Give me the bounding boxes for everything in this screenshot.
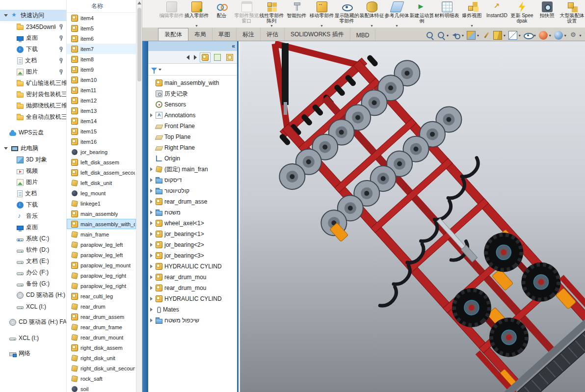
explorer-nav-item[interactable]: 此电脑	[0, 143, 66, 154]
command-tab[interactable]: SOLIDWORKS 插件	[285, 28, 350, 41]
tab-back-icon[interactable]	[186, 55, 189, 60]
file-list-item[interactable]: item9	[67, 64, 136, 75]
dropdown-arrow-icon[interactable]: ▼	[548, 34, 552, 37]
view-toolbar-button[interactable]: ▼	[568, 30, 583, 40]
expand-icon[interactable]	[150, 318, 153, 322]
explorer-nav-item[interactable]: 文档	[0, 188, 66, 199]
ribbon-button[interactable]: 零部件预览窗口 ▼	[234, 0, 259, 27]
explorer-nav-item[interactable]: 文档 (E:)	[0, 256, 66, 267]
ribbon-button[interactable]: 插入零部件 ▼	[184, 0, 209, 27]
dropdown-arrow-icon[interactable]: ▼	[446, 34, 450, 37]
view-toolbar-button[interactable]: ▼	[507, 30, 522, 40]
view-toolbar-button[interactable]: ▼	[523, 30, 537, 40]
feature-tree-item[interactable]: Top Plane	[149, 131, 237, 142]
explorer-nav-item[interactable]: CD 驱动器 (H:) FAS	[0, 289, 66, 301]
file-list-item[interactable]: main_assembly_with_dia	[67, 219, 136, 229]
explorer-nav-item[interactable]: XCL (I:)	[0, 332, 66, 343]
ribbon-button[interactable]: 装配体特征 ▼	[359, 0, 384, 27]
explorer-nav-item[interactable]: 下载	[0, 44, 66, 55]
expand-icon[interactable]	[150, 275, 153, 279]
file-list-scrollbar[interactable]	[136, 0, 142, 392]
file-list-item[interactable]: item12	[67, 95, 136, 105]
expand-icon[interactable]	[150, 200, 153, 204]
explorer-nav-item[interactable]: 视频	[0, 165, 66, 177]
dropdown-arrow-icon[interactable]: ▼	[461, 34, 465, 37]
dropdown-arrow-icon[interactable]: ▼	[476, 34, 479, 37]
feature-tree-item[interactable]: Annotations	[149, 110, 237, 121]
expand-icon[interactable]	[150, 243, 153, 247]
feature-tree-item[interactable]: rear_drum_mou	[149, 283, 237, 293]
dropdown-arrow-icon[interactable]: ▼	[270, 24, 273, 27]
file-list-item[interactable]: left_disk_assem	[67, 157, 136, 167]
file-list-header[interactable]: 名称	[67, 0, 136, 13]
view-toolbar-button[interactable]: ▼	[492, 30, 507, 40]
file-list-item[interactable]: right_disk_unit	[67, 353, 136, 363]
view-toolbar-button[interactable]: ▼	[538, 30, 553, 40]
command-tab[interactable]: 评估	[261, 28, 285, 41]
dropdown-arrow-icon[interactable]: ▼	[563, 34, 567, 37]
panel-tab[interactable]	[200, 52, 211, 62]
expand-icon[interactable]	[150, 232, 153, 236]
explorer-nav-item[interactable]: 文档	[0, 55, 66, 66]
view-toolbar-button[interactable]: ▼	[425, 30, 435, 40]
explorer-nav-item[interactable]: 办公 (F:)	[0, 267, 66, 278]
ribbon-button[interactable]: 配合 ▼	[209, 0, 234, 27]
file-list-item[interactable]: main_frame	[67, 229, 136, 239]
explorer-nav-item[interactable]: 密封袋包装机三维套图	[0, 89, 66, 100]
view-toolbar-button[interactable]: ▼	[481, 30, 492, 40]
explorer-nav-item[interactable]: CD 驱动器 (H:) FAST	[0, 316, 66, 328]
command-tab[interactable]: 标注	[237, 28, 261, 41]
file-list-item[interactable]: item4	[67, 13, 136, 23]
file-list-item[interactable]: item16	[67, 136, 136, 147]
explorer-nav-item[interactable]: 2345Download	[0, 21, 66, 32]
expand-icon[interactable]	[150, 297, 153, 301]
scroll-up-icon[interactable]	[137, 1, 141, 4]
explorer-nav-item[interactable]: 桌面	[0, 222, 66, 233]
file-list-item[interactable]: right_disk_unit_secound	[67, 363, 136, 373]
expand-icon[interactable]	[150, 308, 153, 312]
ribbon-button[interactable]: Instant3D ▼	[484, 0, 509, 27]
file-list-item[interactable]: right_disk_assem	[67, 342, 136, 353]
explorer-nav-item[interactable]: 图片	[0, 177, 66, 188]
ribbon-button[interactable]: 移动零部件 ▼	[309, 0, 334, 27]
feature-tree-item[interactable]: HYDRAULIC CYLIND	[149, 261, 237, 272]
file-list-item[interactable]: paraplow_leg_left	[67, 239, 136, 250]
file-list-item[interactable]: item14	[67, 116, 136, 126]
dropdown-arrow-icon[interactable]: ▼	[395, 24, 399, 27]
dropdown-arrow-icon[interactable]: ▼	[470, 24, 474, 27]
explorer-nav-item[interactable]: 矿山输送机三维套图	[0, 78, 66, 89]
panel-tab[interactable]	[224, 52, 235, 62]
file-list-item[interactable]: paraplow_leg_right	[67, 281, 136, 291]
feature-tree-item[interactable]: jor_bearing<3>	[149, 250, 237, 261]
feature-tree-item[interactable]: rear_drum_mou	[149, 272, 237, 283]
file-list-item[interactable]: rear_drum_frame	[67, 322, 136, 332]
ribbon-button[interactable]: 新建运动算例 ▼	[409, 0, 434, 27]
file-list-item[interactable]: item5	[67, 23, 136, 33]
file-list-item[interactable]: item7	[67, 44, 136, 54]
tree-filter-bar[interactable]	[148, 64, 237, 76]
ribbon-button[interactable]: 显示隐藏的零部件 ▼	[334, 0, 359, 27]
explorer-nav-item[interactable]: 系统 (C:)	[0, 233, 66, 244]
feature-tree-item[interactable]: jor_bearing<2>	[149, 239, 237, 250]
file-list-item[interactable]: leg_mount	[67, 188, 136, 198]
explorer-nav-item[interactable]: 全自动点胶机三维套图	[0, 111, 66, 123]
view-toolbar-button[interactable]: ▼	[553, 30, 568, 40]
dropdown-arrow-icon[interactable]: ▼	[503, 34, 506, 37]
feature-tree-item[interactable]: שיכפול משטח	[149, 315, 237, 326]
panel-tab[interactable]	[212, 52, 223, 62]
explorer-nav-item[interactable]: 备份 (G:)	[0, 278, 66, 289]
file-list-item[interactable]: rear_drum_mount	[67, 332, 136, 342]
file-list-item[interactable]: left_disk_unit	[67, 178, 136, 188]
name-column-header[interactable]: 名称	[91, 2, 103, 10]
dropdown-arrow-icon[interactable]: ▼	[320, 24, 323, 27]
feature-tree-item[interactable]: main_assembly_with	[149, 78, 237, 88]
file-list-item[interactable]: item15	[67, 126, 136, 136]
file-list-item[interactable]: left_disk_assem_secound	[67, 167, 136, 178]
expand-icon[interactable]	[150, 286, 153, 290]
explorer-nav-item[interactable]: 网络	[0, 348, 66, 359]
expand-icon[interactable]	[150, 254, 153, 258]
chevron-icon[interactable]	[4, 14, 8, 17]
expand-icon[interactable]	[150, 210, 153, 214]
expand-icon[interactable]	[150, 113, 153, 117]
feature-tree-item[interactable]: דיסקוס	[149, 175, 237, 185]
